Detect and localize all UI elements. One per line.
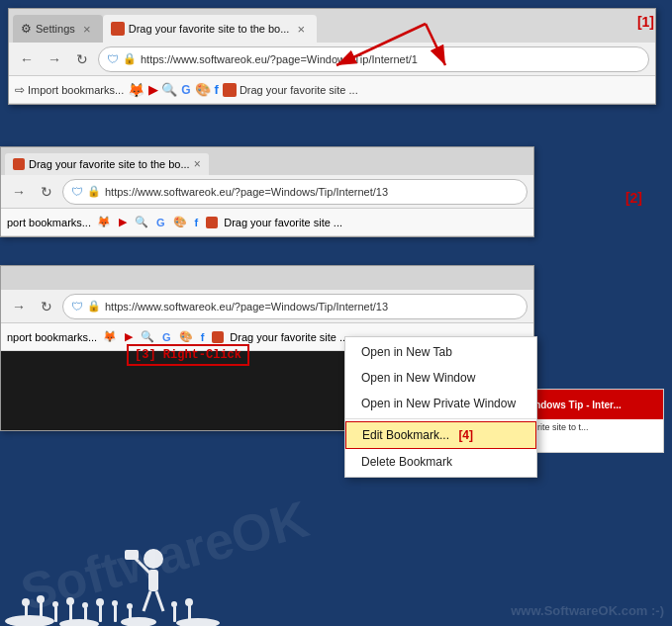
tab-active-favicon xyxy=(111,22,125,36)
refresh-btn-second[interactable]: ↻ xyxy=(35,180,58,204)
back-button[interactable]: ← xyxy=(15,47,39,71)
fb-icon-2: f xyxy=(195,217,199,228)
nav-bar-main: ← → ↻ 🛡 🔒 https://www.softwareok.eu/?pag… xyxy=(9,43,655,76)
ff-icon-2: 🦊 xyxy=(97,216,111,228)
context-menu: Open in New Tab Open in New Window Open … xyxy=(344,336,537,478)
fb-icon-3: f xyxy=(201,331,205,343)
site-header-strip: Windows Tip - Inter... favorite site to … xyxy=(516,389,664,453)
tab-active-close[interactable]: × xyxy=(293,22,309,37)
tab-bar-second: Drag your favorite site to the bo... × xyxy=(1,147,533,175)
bookmark-import[interactable]: ⇨ Import bookmarks... xyxy=(15,83,124,97)
tab-settings-close[interactable]: × xyxy=(79,22,95,37)
site-body-text: favorite site to t... xyxy=(517,419,663,435)
bookmark-firefox[interactable]: 🦊 xyxy=(128,82,144,98)
tab-second-favicon xyxy=(13,158,25,170)
drag-site-label: Drag your favorite site ... xyxy=(240,84,358,96)
context-edit-bookmark[interactable]: Edit Bookmark... [4] xyxy=(345,421,536,449)
svg-line-10 xyxy=(144,591,150,611)
facebook-icon: f xyxy=(215,82,219,97)
bookmark-facebook[interactable]: f xyxy=(215,82,219,97)
fav-label-third: Drag your favorite site ... xyxy=(230,331,348,343)
context-open-new-tab[interactable]: Open in New Tab xyxy=(345,339,536,365)
watermark-bottom-right: www.SoftwareOK.com :-) xyxy=(511,603,664,618)
site-header-inner: Windows Tip - Inter... xyxy=(517,390,663,419)
address-bar-second[interactable]: 🛡 🔒 https://www.softwareok.eu/?page=Wind… xyxy=(62,179,528,205)
forward-btn-second[interactable]: → xyxy=(7,180,31,204)
address-bar-third[interactable]: 🛡 🔒 https://www.softwareok.eu/?page=Wind… xyxy=(62,294,528,319)
nav-bar-third: → ↻ 🛡 🔒 https://www.softwareok.eu/?page=… xyxy=(1,290,533,323)
import-label: Import bookmarks... xyxy=(28,84,124,96)
bookmark-search[interactable]: 🔍 xyxy=(161,82,177,97)
svg-point-3 xyxy=(121,617,156,626)
browser-main: ⚙ Settings × Drag your favorite site to … xyxy=(8,8,656,105)
bookmark-drag-site[interactable]: Drag your favorite site ... xyxy=(223,83,358,97)
tab-settings[interactable]: ⚙ Settings × xyxy=(13,15,103,43)
shield-icon-3: 🛡 xyxy=(71,300,83,313)
right-click-label: [3] Right-Click xyxy=(127,344,249,366)
svg-rect-17 xyxy=(99,604,102,622)
address-bar-main[interactable]: 🛡 🔒 https://www.softwareok.eu/?page=Wind… xyxy=(98,46,649,72)
tab-bar: ⚙ Settings × Drag your favorite site to … xyxy=(9,9,655,43)
bookmarks-bar-second: port bookmarks... 🦊 ▶ 🔍 G 🎨 f Drag your … xyxy=(1,209,533,236)
svg-rect-20 xyxy=(173,606,176,622)
firefox-icon: 🦊 xyxy=(128,82,144,98)
tab-second-active[interactable]: Drag your favorite site to the bo... × xyxy=(5,153,209,175)
bottom-decoration: SoftwareOK xyxy=(0,488,336,626)
deco-svg: SoftwareOK xyxy=(0,488,336,626)
bm-partial-third: nport bookmarks... xyxy=(7,331,97,343)
context-delete-bookmark[interactable]: Delete Bookmark xyxy=(345,449,536,475)
annotation-4: [4] xyxy=(458,428,473,442)
svg-rect-21 xyxy=(188,604,191,622)
refresh-button[interactable]: ↻ xyxy=(70,47,94,71)
tab-settings-label: Settings xyxy=(36,23,75,35)
color-icon-2: 🎨 xyxy=(173,216,187,228)
refresh-btn-third[interactable]: ↻ xyxy=(35,295,58,318)
tab-second-label: Drag your favorite site to the bo... xyxy=(29,158,190,170)
tab-active[interactable]: Drag your favorite site to the bo... × xyxy=(103,15,318,43)
bookmark-color[interactable]: 🎨 xyxy=(195,82,211,97)
g-icon-3: G xyxy=(162,331,171,343)
svg-text:SoftwareOK: SoftwareOK xyxy=(15,490,315,621)
favicon-3 xyxy=(212,331,224,343)
context-open-new-window[interactable]: Open in New Window xyxy=(345,365,536,391)
svg-rect-19 xyxy=(129,608,132,622)
tab-active-label: Drag your favorite site to the bo... xyxy=(129,23,290,35)
context-separator xyxy=(345,418,536,419)
google-icon: G xyxy=(181,83,190,97)
import-icon: ⇨ xyxy=(15,83,25,97)
nav-bar-second: → ↻ 🛡 🔒 https://www.softwareok.eu/?page=… xyxy=(1,175,533,209)
lock-icon-2: 🔒 xyxy=(87,185,101,198)
annotation-1: [1] xyxy=(637,14,654,30)
fav-label-second: Drag your favorite site ... xyxy=(224,217,342,228)
svg-rect-16 xyxy=(84,607,87,622)
bookmarks-bar-main: ⇨ Import bookmarks... 🦊 ▶ 🔍 G 🎨 f Drag y… xyxy=(9,76,655,104)
bm-partial-second: port bookmarks... xyxy=(7,217,91,228)
drag-site-favicon xyxy=(223,83,237,97)
g-icon-2: G xyxy=(156,217,165,228)
shield-icon: 🛡 xyxy=(107,52,119,66)
youtube-icon: ▶ xyxy=(148,83,157,97)
address-text-second: https://www.softwareok.eu/?page=Windows/… xyxy=(105,186,519,198)
yt-icon-3: ▶ xyxy=(125,330,133,343)
tab-bar-third xyxy=(1,266,533,290)
yt-icon-2: ▶ xyxy=(119,216,127,228)
svg-line-11 xyxy=(156,591,163,611)
context-open-private-window[interactable]: Open in New Private Window xyxy=(345,391,536,416)
bookmark-google[interactable]: G xyxy=(181,83,190,97)
search-icon: 🔍 xyxy=(161,82,177,97)
svg-rect-18 xyxy=(114,605,117,622)
forward-button[interactable]: → xyxy=(43,47,66,71)
search-icon-3: 🔍 xyxy=(141,330,154,343)
bookmark-youtube[interactable]: ▶ xyxy=(148,83,157,97)
lock-icon: 🔒 xyxy=(123,52,137,65)
svg-point-30 xyxy=(171,601,177,607)
address-text-third: https://www.softwareok.eu/?page=Windows/… xyxy=(105,301,519,313)
svg-point-4 xyxy=(176,618,220,626)
favicon-2 xyxy=(206,217,218,228)
svg-point-28 xyxy=(112,600,118,606)
address-text-main: https://www.softwareok.eu/?page=Windows/… xyxy=(141,53,640,65)
svg-point-2 xyxy=(59,619,99,626)
settings-icon: ⚙ xyxy=(21,22,32,36)
tab-second-close[interactable]: × xyxy=(194,157,201,171)
forward-btn-third[interactable]: → xyxy=(7,295,31,318)
